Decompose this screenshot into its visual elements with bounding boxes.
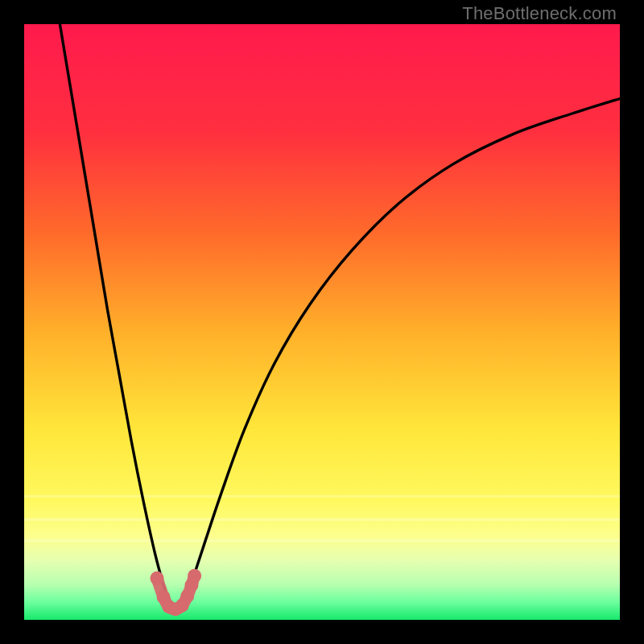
watermark-text: TheBottleneck.com	[462, 3, 617, 24]
marker-dot	[188, 569, 201, 583]
curve-right-branch	[182, 99, 620, 605]
near-minimum-markers	[151, 569, 202, 616]
marker-dot	[151, 572, 164, 585]
curve-left-branch	[60, 24, 170, 605]
plot-area	[24, 24, 620, 620]
curves-layer	[24, 24, 620, 620]
